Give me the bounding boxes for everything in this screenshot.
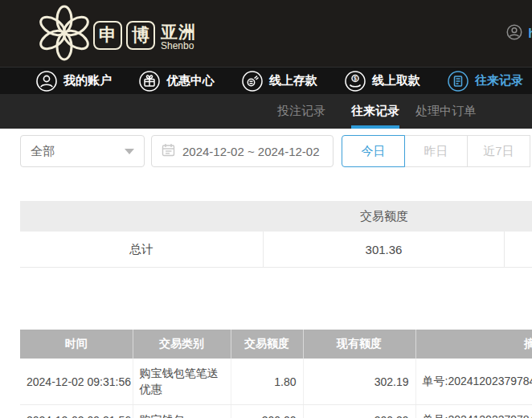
active-tab-underline [351,125,399,129]
cell-amount: 1.80 [231,359,303,405]
summary-total-label: 总计 [20,232,264,267]
cell-time: 2024-12-02 09:31:56 [20,359,133,405]
nav-label: 往来记录 [475,73,523,88]
cell-balance: 300.39 [303,405,415,418]
today-button[interactable]: 今日 [342,135,405,167]
page: 申 博 亚洲 Shenbo hy 我的账户 [0,0,532,418]
nav-item-deposit[interactable]: 线上存款 [242,71,317,92]
nav-item-records[interactable]: 往来记录 [448,71,523,92]
summary-total-value: 301.36 [264,232,505,267]
select-value: 全部 [31,144,125,159]
header-memo: 摘要 [415,330,532,359]
user-icon [36,71,57,92]
last-7-days-button[interactable]: 近7日 [467,135,530,167]
tab-label: 处理中订单 [415,104,476,119]
chevron-down-icon [125,149,134,154]
nav-item-my-account[interactable]: 我的账户 [36,71,112,92]
nav-label: 我的账户 [63,73,112,88]
header-type: 交易类别 [133,330,231,359]
tab-bet-records[interactable]: 投注记录 [277,94,325,129]
brand-latin: Shenbo [161,40,194,51]
user-area[interactable]: hy [506,24,532,43]
table-row: 2024-12-02 09:31:56 购宝钱包笔笔送优惠 1.80 302.1… [20,359,532,405]
brand-char-shen: 申 [93,21,122,50]
header-amount: 交易额度 [231,330,303,359]
nav-label: 线上取款 [372,73,420,88]
nav-label: 线上存款 [269,73,317,88]
transaction-type-select[interactable]: 全部 [20,135,145,167]
summary-total-row: 总计 301.36 [20,232,532,268]
summary-header-spacer [20,201,264,232]
calendar-icon [162,143,175,160]
withdraw-icon: $ [345,71,366,92]
yesterday-button[interactable]: 昨日 [404,135,468,167]
summary-header-spacer [505,201,532,232]
summary-table: 交易额度 总计 301.36 [20,201,532,268]
tab-label: 往来记录 [351,104,399,119]
cell-memo: 单号:20241202379784 [415,405,532,418]
brand-header: 申 博 亚洲 Shenbo hy [0,0,532,67]
table-row: 2024-12-02 09:31:56 购宝钱包 300.00 300.39 单… [20,405,532,418]
cell-type: 购宝钱包 [133,405,231,418]
tab-processing-orders[interactable]: 处理中订单 [415,94,476,129]
table-header-row: 时间 交易类别 交易额度 现有额度 摘要 [20,330,532,359]
header-time: 时间 [20,330,133,359]
date-range-input[interactable]: 2024-12-02 ~ 2024-12-02 [151,135,334,167]
records-icon [448,71,469,92]
sub-tab-bar: 投注记录 往来记录 处理中订单 [0,94,532,129]
nav-item-promotions[interactable]: 优惠中心 [139,71,215,92]
tab-transaction-records[interactable]: 往来记录 [351,94,399,129]
nav-item-withdraw[interactable]: $ 线上取款 [345,71,420,92]
cell-balance: 302.19 [303,359,415,405]
user-avatar-icon [506,24,522,43]
deposit-icon [242,71,263,92]
summary-cell-empty [505,232,532,267]
transactions-table: 时间 交易类别 交易额度 现有额度 摘要 2024-12-02 09:31:56… [20,330,532,418]
brand-char-bo: 博 [126,21,155,50]
header-balance: 现有额度 [303,330,415,359]
cell-memo: 单号:20241202379784 [415,359,532,405]
username[interactable]: hy [528,27,532,41]
cell-time: 2024-12-02 09:31:56 [20,405,133,418]
svg-text:$: $ [354,76,357,82]
tab-label: 投注记录 [277,104,325,119]
cell-type: 购宝钱包笔笔送优惠 [133,359,231,405]
summary-header-row: 交易额度 [20,201,532,232]
gift-icon [139,71,160,92]
nav-label: 优惠中心 [166,73,215,88]
date-range-value: 2024-12-02 ~ 2024-12-02 [182,145,320,158]
flower-logo-icon [35,4,93,62]
quick-date-buttons: 今日 昨日 近7日 [342,135,530,167]
main-nav: 我的账户 优惠中心 线上存款 [0,67,532,94]
cell-amount: 300.00 [231,405,303,418]
summary-amount-header: 交易额度 [264,201,505,232]
